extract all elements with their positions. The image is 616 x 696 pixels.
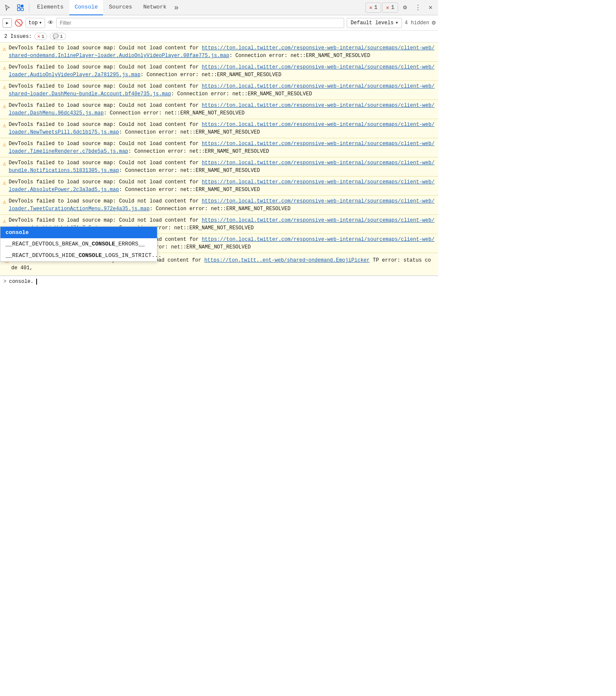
- console-msg-7: ⚠DevTools failed to load source map: Cou…: [0, 177, 438, 196]
- msg-text-1: DevTools failed to load source map: Coul…: [9, 63, 436, 79]
- svg-rect-0: [17, 5, 20, 7]
- warn-icon-7: ⚠: [3, 179, 6, 188]
- warn-icon-5: ⚠: [3, 140, 6, 149]
- autocomplete-item-0-text: console: [6, 229, 29, 236]
- msg-link-5[interactable]: https://ton.local.twitter.com/responsive…: [9, 141, 434, 154]
- console-msg-0: ⚠DevTools failed to load source map: Cou…: [0, 43, 438, 62]
- warn-icon-2: ⚠: [3, 83, 6, 92]
- warn-icon-8: ⚠: [3, 198, 6, 207]
- msg-text-3: DevTools failed to load source map: Coul…: [9, 102, 436, 117]
- msg-link-0[interactable]: https://ton.local.twitter.com/responsive…: [9, 45, 434, 59]
- msg-link-8[interactable]: https://ton.local.twitter.com/responsive…: [9, 198, 434, 212]
- info-issue-icon: 💬: [53, 34, 59, 39]
- console-msg-3: ⚠DevTools failed to load source map: Cou…: [0, 100, 438, 119]
- msg-link-1[interactable]: https://ton.local.twitter.com/responsive…: [9, 64, 434, 78]
- warn-icon-6: ⚠: [3, 160, 6, 168]
- cursor-icon[interactable]: [2, 2, 14, 14]
- msg-text-6: DevTools failed to load source map: Coul…: [9, 159, 436, 174]
- console-settings-icon[interactable]: ⚙: [432, 19, 436, 27]
- autocomplete-item-0[interactable]: console: [0, 227, 157, 238]
- svg-rect-3: [21, 8, 23, 11]
- error-count-2: 1: [391, 4, 394, 11]
- error-issue-badge[interactable]: ✕ 1: [34, 33, 47, 40]
- console-prompt[interactable]: > console.: [0, 276, 438, 287]
- console-msg-8: ⚠DevTools failed to load source map: Cou…: [0, 196, 438, 215]
- more-options-icon[interactable]: ⋮: [412, 2, 424, 14]
- autocomplete-item-2[interactable]: __REACT_DEVTOOLS_HIDE_CONSOLE_LOGS_IN_ST…: [0, 250, 157, 261]
- error-issue-count: 1: [41, 34, 44, 39]
- context-selector[interactable]: top ▾: [26, 18, 45, 28]
- clear-console-icon[interactable]: 🚫: [14, 19, 23, 27]
- msg-text-2: DevTools failed to load source map: Coul…: [9, 83, 436, 98]
- msg-text-8: DevTools failed to load source map: Coul…: [9, 197, 436, 213]
- msg-link-3[interactable]: https://ton.local.twitter.com/responsive…: [9, 103, 434, 116]
- log-levels-label: Default levels: [351, 20, 394, 26]
- console-messages-area: ⚠DevTools failed to load source map: Cou…: [0, 43, 438, 253]
- context-label: top: [29, 20, 38, 26]
- info-issue-badge[interactable]: 💬 1: [50, 33, 66, 40]
- execute-button[interactable]: ▶: [3, 18, 12, 28]
- autocomplete-item-1[interactable]: __REACT_DEVTOOLS_BREAK_ON_CONSOLE_ERRORS…: [0, 238, 157, 250]
- error-icon-1: ✕: [369, 4, 373, 11]
- msg-text-5: DevTools failed to load source map: Coul…: [9, 140, 436, 155]
- top-toolbar: Elements Console Sources Network » ✕ 1 ✕…: [0, 0, 438, 15]
- msg-link-6[interactable]: https://ton.local.twitter.com/responsive…: [9, 160, 434, 174]
- issues-bar: 2 Issues: ✕ 1 💬 1: [0, 31, 438, 43]
- warn-icon-0: ⚠: [3, 45, 6, 54]
- close-icon[interactable]: ✕: [425, 2, 436, 14]
- filter-input[interactable]: [56, 18, 344, 28]
- last-msg-link[interactable]: https://ton.twitt..ent-web/shared~ondema…: [204, 257, 370, 263]
- log-levels-chevron: ▾: [395, 20, 398, 26]
- prompt-arrow: >: [3, 279, 6, 285]
- console-msg-2: ⚠DevTools failed to load source map: Cou…: [0, 81, 438, 100]
- eye-icon[interactable]: 👁: [48, 20, 54, 26]
- inspect-icon[interactable]: [14, 2, 26, 14]
- console-msg-6: ⚠DevTools failed to load source map: Cou…: [0, 157, 438, 177]
- second-toolbar: ▶ 🚫 top ▾ 👁 Default levels ▾ 4 hidden ⚙: [0, 15, 438, 31]
- msg-link-2[interactable]: https://ton.local.twitter.com/responsive…: [9, 83, 434, 97]
- context-dropdown-icon: ▾: [39, 20, 42, 26]
- warn-icon-4: ⚠: [3, 121, 6, 130]
- prompt-input-text: console.: [9, 279, 34, 285]
- console-msg-5: ⚠DevTools failed to load source map: Cou…: [0, 138, 438, 157]
- tab-console[interactable]: Console: [69, 0, 103, 15]
- separator: [29, 3, 29, 12]
- log-levels-dropdown[interactable]: Default levels ▾: [347, 18, 402, 28]
- msg-link-7[interactable]: https://ton.local.twitter.com/responsive…: [9, 179, 434, 193]
- settings-gear-icon[interactable]: ⚙: [399, 2, 411, 14]
- tab-elements[interactable]: Elements: [32, 0, 68, 15]
- console-msg-4: ⚠DevTools failed to load source map: Cou…: [0, 119, 438, 138]
- error-count-1: 1: [374, 4, 378, 11]
- hidden-count-label: 4 hidden: [405, 20, 429, 26]
- msg-text-4: DevTools failed to load source map: Coul…: [9, 121, 436, 136]
- autocomplete-area: ⚠ DevTools failed to load source map: Co…: [0, 253, 438, 276]
- warn-icon-9: ⚠: [3, 217, 6, 226]
- warn-icon-1: ⚠: [3, 64, 6, 73]
- msg-link-4[interactable]: https://ton.local.twitter.com/responsive…: [9, 122, 434, 135]
- tab-sources[interactable]: Sources: [104, 0, 137, 15]
- svg-rect-2: [17, 8, 20, 11]
- msg-text-7: DevTools failed to load source map: Coul…: [9, 178, 436, 194]
- tab-network[interactable]: Network: [138, 0, 172, 15]
- autocomplete-dropdown: console __REACT_DEVTOOLS_BREAK_ON_CONSOL…: [0, 226, 157, 262]
- msg-text-0: DevTools failed to load source map: Coul…: [9, 44, 436, 60]
- more-tabs-button[interactable]: »: [172, 3, 180, 12]
- error-icon-2: ✕: [386, 4, 389, 11]
- console-msg-1: ⚠DevTools failed to load source map: Cou…: [0, 62, 438, 81]
- issues-label: 2 Issues:: [4, 34, 32, 40]
- prompt-cursor: [36, 279, 37, 285]
- autocomplete-item-2-bold: CONSOLE: [79, 252, 102, 259]
- autocomplete-item-1-bold: CONSOLE: [92, 241, 115, 247]
- svg-rect-1: [21, 5, 23, 7]
- error-badge-2[interactable]: ✕ 1: [382, 3, 398, 13]
- warn-icon-3: ⚠: [3, 102, 6, 111]
- error-badge-1[interactable]: ✕ 1: [365, 3, 382, 13]
- error-issue-icon: ✕: [37, 34, 40, 39]
- info-issue-count: 1: [60, 34, 63, 39]
